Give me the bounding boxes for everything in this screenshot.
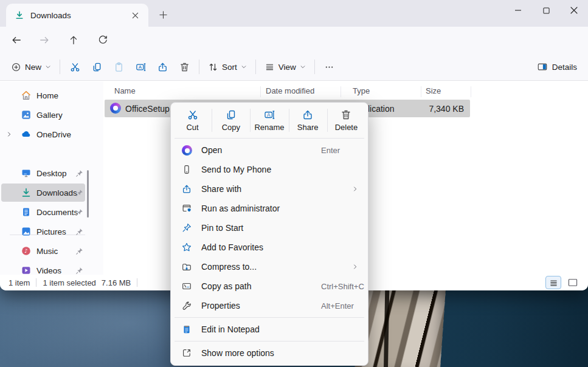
music-icon: ♪ [21,245,32,256]
star-icon [181,242,193,253]
submenu-chevron-icon [352,186,358,192]
forward-icon[interactable] [34,30,55,50]
menu-item-properties[interactable]: Properties Alt+Enter [173,296,365,315]
tab-close-icon[interactable] [128,8,142,22]
sort-icon [208,62,218,72]
tab-title: Downloads [30,11,128,20]
menu-item-edit-in-notepad[interactable]: Edit in Notepad [173,320,365,339]
pin-icon [75,189,83,197]
copy-quick-action[interactable]: Copy [212,105,250,136]
sidebar-item-downloads[interactable]: Downloads [1,184,85,202]
delete-icon [340,109,352,121]
sidebar-item-home[interactable]: Home [1,86,85,105]
sidebar-item-desktop[interactable]: Desktop [1,164,85,182]
details-view-toggle[interactable] [545,276,561,289]
up-icon[interactable] [63,30,84,50]
sort-button[interactable]: Sort [203,58,252,76]
thumbnail-view-toggle[interactable] [565,276,581,289]
downloads-icon [15,10,24,20]
menu-shortcut: Enter [321,146,340,155]
quick-action-label: Delete [335,123,358,132]
menu-item-add-to-favorites[interactable]: Add to Favorites [173,238,365,257]
menu-item-label: Pin to Start [201,223,243,233]
menu-item-show-more-options[interactable]: Show more options [173,343,365,363]
menu-item-copy-as-path[interactable]: Copy as path Ctrl+Shift+C [173,276,365,296]
sidebar-scrollbar[interactable] [87,170,89,218]
copy-button[interactable] [86,57,108,77]
sidebar-item-label: Home [36,91,58,100]
menu-item-run-as-administrator[interactable]: Run as administrator [173,199,365,218]
gallery-icon [21,109,32,120]
tab-downloads[interactable]: Downloads [6,4,148,27]
menu-item-label: Copy as path [201,281,252,291]
selection-count: 1 item selected [43,278,95,287]
share-quick-action[interactable]: Share [289,105,327,136]
title-bar: Downloads [0,0,588,27]
close-button[interactable] [560,0,588,21]
view-button[interactable]: View [260,58,311,76]
details-pane-icon [537,61,548,72]
delete-button[interactable] [173,57,195,77]
new-plus-icon [11,62,21,72]
copy-icon [225,109,237,121]
file-size: 7,340 KB [429,104,464,114]
menu-shortcut: Alt+Enter [321,301,354,310]
menu-item-label: Send to My Phone [201,165,271,174]
pin-icon [75,170,83,177]
navigation-bar: Downloads [0,27,588,53]
sidebar-item-pictures[interactable]: Pictures [1,222,85,241]
column-header-type[interactable]: Type [353,86,370,95]
share-button[interactable] [151,57,173,77]
paste-button[interactable] [108,57,130,77]
column-header-size[interactable]: Size [426,86,441,95]
documents-icon [21,207,32,218]
maximize-button[interactable] [532,0,560,21]
delete-quick-action[interactable]: Delete [327,105,365,136]
menu-item-pin-to-start[interactable]: Pin to Start [173,218,365,238]
quick-action-label: Share [297,123,319,132]
menu-shortcut: Ctrl+Shift+C [321,282,364,291]
menu-item-share-with[interactable]: Share with [173,179,365,199]
menu-item-compress-to[interactable]: Compress to... [173,257,365,276]
context-menu: Cut Copy A Rename Share [170,102,368,366]
office-setup-file-icon [181,145,193,156]
details-pane-button[interactable]: Details [537,61,577,72]
chevron-down-icon [241,64,247,70]
submenu-chevron-icon [352,264,358,270]
menu-item-send-to-my-phone[interactable]: Send to My Phone [173,160,365,179]
desktop-icon [21,168,32,179]
sidebar-item-documents[interactable]: Documents [1,203,85,221]
column-header-date-modified[interactable]: Date modified [266,86,314,95]
minimize-button[interactable] [504,0,532,21]
sidebar-item-label: Videos [36,266,61,275]
office-setup-file-icon [110,103,121,114]
wrench-icon [181,300,193,311]
menu-item-open[interactable]: Open Enter [173,140,365,160]
new-tab-icon[interactable] [156,7,170,22]
sidebar-item-label: OneDrive [36,130,71,139]
svg-text:A: A [267,112,271,118]
sidebar-item-gallery[interactable]: Gallery [1,106,85,124]
back-icon[interactable] [6,30,27,50]
cut-quick-action[interactable]: Cut [173,105,212,136]
rename-button[interactable]: A [130,57,151,77]
more-options-icon[interactable] [319,57,341,77]
sidebar-item-onedrive[interactable]: OneDrive [1,125,85,143]
command-bar: New A [0,53,588,81]
pin-icon [75,228,83,236]
cut-button[interactable] [64,57,86,77]
home-icon [21,90,32,101]
sidebar-item-music[interactable]: ♪ Music [1,242,85,260]
selection-size: 7.16 MB [102,278,131,287]
new-button[interactable]: New [6,58,56,76]
rename-quick-action[interactable]: A Rename [250,105,288,136]
refresh-icon[interactable] [92,30,113,50]
column-header-name[interactable]: Name [114,86,136,95]
pictures-icon [21,226,32,237]
view-label: View [278,63,296,72]
chevron-right-icon[interactable] [6,131,12,137]
menu-item-label: Open [201,145,222,155]
menu-item-label: Add to Favorites [201,242,263,252]
sidebar-item-label: Documents [36,208,78,217]
menu-item-label: Properties [201,301,240,310]
